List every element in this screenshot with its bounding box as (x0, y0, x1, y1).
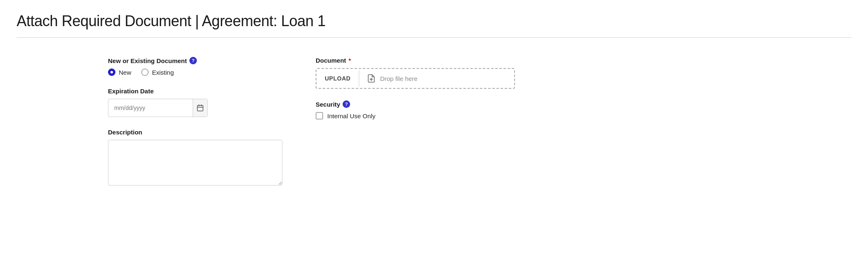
required-star: * (348, 57, 351, 64)
internal-use-only-checkbox[interactable] (316, 112, 323, 119)
drop-file-label: Drop file here (380, 75, 417, 82)
internal-use-only-option[interactable]: Internal Use Only (316, 112, 515, 119)
description-label: Description (108, 129, 282, 136)
page-title: Attach Required Document | Agreement: Lo… (17, 12, 851, 30)
expiration-date-input[interactable] (108, 100, 193, 115)
file-icon (367, 74, 376, 83)
new-radio-label: New (119, 69, 131, 76)
upload-area: UPLOAD Drop file here (316, 68, 515, 89)
security-help-icon[interactable]: ? (343, 100, 350, 108)
document-type-help-icon[interactable]: ? (189, 57, 197, 64)
new-radio-input[interactable] (108, 68, 115, 76)
document-label: Document * (316, 57, 515, 64)
new-radio-option[interactable]: New (108, 68, 131, 76)
security-label: Security ? (316, 100, 515, 108)
svg-rect-0 (197, 105, 203, 111)
existing-radio-option[interactable]: Existing (141, 68, 174, 76)
form-container: New or Existing Document ? New Existing … (17, 53, 851, 199)
description-textarea[interactable] (108, 140, 282, 185)
date-input-wrapper (108, 99, 208, 117)
description-field-group: Description (108, 129, 282, 187)
security-field-group: Security ? Internal Use Only (316, 100, 515, 119)
document-type-radio-group: New Existing (108, 68, 282, 76)
upload-button[interactable]: UPLOAD (316, 70, 359, 87)
drop-area: Drop file here (359, 69, 514, 88)
calendar-icon (196, 104, 204, 112)
existing-radio-input[interactable] (141, 68, 149, 76)
expiration-date-label: Expiration Date (108, 88, 282, 95)
expiration-date-field-group: Expiration Date (108, 88, 282, 117)
right-column: Document * UPLOAD Drop file here (316, 57, 515, 199)
divider (17, 37, 851, 38)
existing-radio-label: Existing (152, 69, 174, 76)
document-type-field-group: New or Existing Document ? New Existing (108, 57, 282, 76)
document-type-label: New or Existing Document ? (108, 57, 282, 64)
document-field-group: Document * UPLOAD Drop file here (316, 57, 515, 89)
internal-use-only-label: Internal Use Only (327, 112, 375, 119)
calendar-button[interactable] (193, 99, 207, 117)
left-column: New or Existing Document ? New Existing … (108, 57, 282, 199)
